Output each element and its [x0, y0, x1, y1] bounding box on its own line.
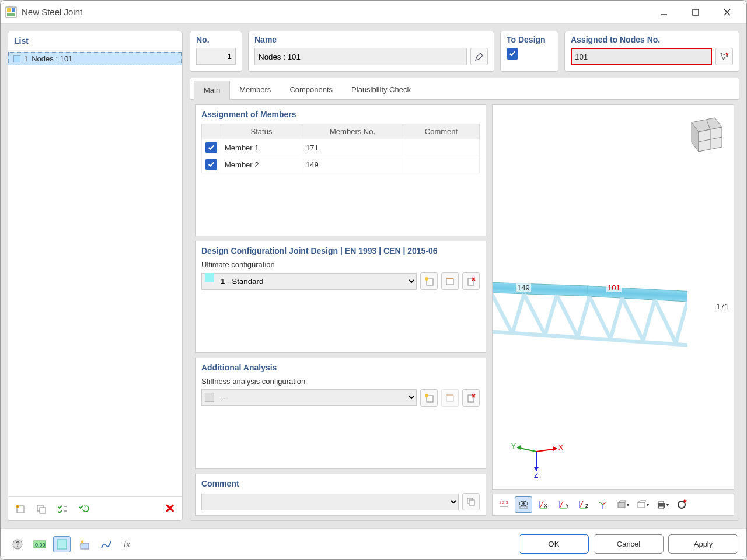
svg-line-52 — [676, 302, 687, 343]
formula-button[interactable]: fx — [120, 536, 137, 552]
favorites-button[interactable] — [75, 536, 93, 552]
svg-rect-38 — [492, 282, 589, 296]
vp-axis-z-button[interactable]: -Z — [574, 496, 592, 513]
vp-axis-x-button[interactable]: X — [535, 496, 552, 513]
no-input[interactable] — [196, 48, 236, 65]
svg-text:Y: Y — [511, 442, 516, 450]
vp-show-button[interactable] — [515, 496, 532, 513]
svg-line-46 — [578, 296, 589, 337]
minimize-button[interactable] — [655, 4, 673, 21]
viewport-toolbar: 1 2 3 X -Y -Z ▾ ▾ ▾ — [492, 494, 734, 516]
units-button[interactable]: 0,00 — [31, 536, 48, 552]
no-label: No. — [196, 35, 236, 44]
list-body: 1 Nodes : 101 — [8, 51, 182, 496]
titlebar: New Steel Joint — [1, 1, 746, 24]
apply-button[interactable]: Apply — [668, 534, 738, 554]
svg-rect-11 — [40, 508, 46, 513]
stiffness-label: Stiffness analysis configuration — [201, 377, 480, 386]
svg-point-24 — [425, 394, 428, 397]
config-delete-button[interactable] — [462, 272, 480, 290]
assigned-pick-button[interactable] — [715, 48, 733, 65]
member-checkbox[interactable] — [205, 159, 217, 170]
ultimate-select[interactable]: 1 - Standard — [201, 273, 417, 290]
assignment-section: Assignment of Members Status Members No.… — [195, 104, 486, 236]
cell-comment — [403, 156, 480, 173]
ok-button[interactable]: OK — [519, 534, 589, 554]
svg-line-80 — [599, 502, 603, 505]
svg-line-45 — [557, 295, 578, 337]
to-design-label: To Design — [507, 35, 552, 44]
no-field: No. — [190, 31, 242, 72]
vp-view-mode-button[interactable]: ▾ — [614, 496, 631, 513]
cancel-button[interactable]: Cancel — [594, 534, 664, 554]
svg-rect-26 — [446, 394, 453, 396]
window-title: New Steel Joint — [22, 7, 655, 17]
vp-wireframe-button[interactable]: ▾ — [634, 496, 651, 513]
vp-axis-y-button[interactable]: -Y — [554, 496, 572, 513]
svg-line-79 — [603, 502, 606, 505]
name-edit-button[interactable] — [470, 48, 488, 65]
list-item[interactable]: 1 Nodes : 101 — [8, 52, 182, 65]
list-sync-button[interactable] — [75, 501, 92, 517]
svg-rect-25 — [446, 396, 453, 401]
name-label: Name — [254, 35, 488, 44]
color-button[interactable] — [53, 536, 71, 552]
stiffness-select[interactable]: -- — [201, 389, 417, 406]
name-field: Name — [248, 31, 494, 72]
svg-line-50 — [643, 300, 655, 341]
stiffness-library-button[interactable] — [441, 389, 459, 407]
close-button[interactable] — [718, 4, 736, 21]
list-check-all-button[interactable] — [54, 501, 71, 517]
comment-copy-button[interactable] — [462, 493, 480, 510]
node-label-101: 101 — [606, 284, 622, 292]
3d-viewport[interactable]: 149 101 171 X Y Z — [492, 104, 734, 490]
tab-components[interactable]: Components — [280, 80, 342, 99]
config-new-button[interactable] — [420, 272, 438, 290]
truss-preview — [492, 280, 687, 373]
list-delete-button[interactable]: ✕ — [161, 501, 179, 517]
svg-marker-54 — [553, 446, 557, 451]
stiffness-delete-button[interactable] — [462, 389, 480, 407]
cell-members-no: 171 — [302, 139, 403, 156]
nav-cube-icon[interactable] — [680, 111, 727, 158]
vp-reset-button[interactable] — [673, 496, 691, 513]
tab-plausibility[interactable]: Plausibility Check — [342, 80, 420, 99]
name-input[interactable] — [254, 48, 467, 65]
ultimate-label: Ultimate configuration — [201, 260, 480, 269]
vp-print-button[interactable]: ▾ — [654, 496, 671, 513]
tab-main[interactable]: Main — [194, 80, 230, 100]
vp-numbers-button[interactable]: 1 2 3 — [495, 496, 512, 513]
tabs-row: Main Members Components Plausibility Che… — [190, 78, 739, 100]
tab-members[interactable]: Members — [230, 80, 280, 99]
list-copy-button[interactable] — [33, 501, 50, 517]
svg-line-49 — [622, 298, 643, 341]
table-row[interactable]: Member 2 149 — [202, 156, 480, 173]
assigned-field: Assigned to Nodes No. — [564, 31, 739, 72]
member-checkbox[interactable] — [205, 142, 217, 153]
svg-line-41 — [492, 293, 512, 334]
table-row[interactable]: Member 1 171 — [202, 139, 480, 156]
svg-point-65 — [522, 502, 525, 505]
maximize-button[interactable] — [687, 4, 704, 21]
member-label-149: 149 — [516, 284, 531, 292]
svg-text:fx: fx — [124, 540, 131, 549]
list-new-button[interactable] — [12, 501, 29, 517]
assignment-title: Assignment of Members — [201, 110, 480, 119]
svg-marker-57 — [517, 445, 521, 450]
vp-axis-iso-button[interactable] — [594, 496, 612, 513]
help-button[interactable]: ? — [9, 536, 26, 552]
config-library-button[interactable] — [441, 272, 459, 290]
cell-members-no: 149 — [302, 156, 403, 173]
svg-rect-82 — [618, 502, 625, 508]
svg-marker-85 — [638, 501, 646, 502]
comment-title: Comment — [201, 479, 480, 488]
assigned-input[interactable] — [571, 48, 712, 65]
stiffness-new-button[interactable] — [420, 389, 438, 407]
members-table: Status Members No. Comment Member 1 — [201, 124, 480, 173]
dialog-window: New Steel Joint List 1 Nodes : 101 — [0, 0, 747, 560]
col-status: Status — [221, 124, 302, 139]
graphics-button[interactable] — [97, 536, 115, 552]
svg-text:1 2 3: 1 2 3 — [499, 501, 508, 505]
comment-select[interactable] — [201, 494, 459, 510]
to-design-checkbox[interactable] — [507, 48, 518, 60]
